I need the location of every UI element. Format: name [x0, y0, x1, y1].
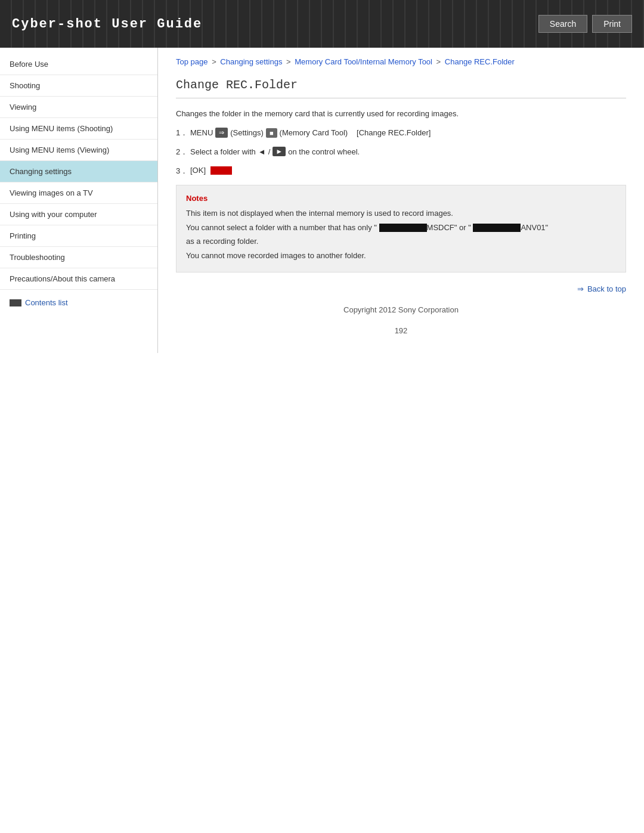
step-3-ok: [OK] [190, 166, 206, 175]
step-3: 3． [OK] [176, 166, 626, 176]
step-2-slash: / [268, 147, 271, 156]
step-3-content: [OK] [190, 166, 232, 175]
back-to-top-link[interactable]: ⇒ Back to top [577, 284, 626, 293]
content-area: Top page > Changing settings > Memory Ca… [158, 48, 644, 353]
note-line-2: You cannot select a folder with a number… [186, 222, 616, 234]
sidebar-item-viewing-tv[interactable]: Viewing images on a TV [0, 182, 157, 204]
sidebar-item-menu-shooting[interactable]: Using MENU items (Shooting) [0, 118, 157, 140]
step-1-num: 1． [176, 128, 190, 138]
breadcrumb-sep-3: > [436, 57, 443, 66]
back-to-top-icon: ⇒ [577, 284, 584, 293]
sidebar-item-viewing[interactable]: Viewing [0, 97, 157, 118]
step-2: 2． Select a folder with ◄ / ► on the con… [176, 147, 626, 157]
step-1-memory-label: (Memory Card Tool) [280, 128, 348, 137]
breadcrumb-memory-card[interactable]: Memory Card Tool/Internal Memory Tool [295, 57, 432, 66]
right-arrow-icon: ► [273, 147, 286, 156]
sidebar: Before Use Shooting Viewing Using MENU i… [0, 48, 158, 353]
back-to-top-label: Back to top [587, 284, 626, 293]
redacted-2 [473, 224, 521, 232]
step-3-num: 3． [176, 166, 190, 176]
footer: Copyright 2012 Sony Corporation [176, 293, 626, 320]
sidebar-item-before-use[interactable]: Before Use [0, 54, 157, 75]
step-1-content: MENU ⇒ (Settings) ■ (Memory Card Tool) [… [190, 128, 431, 138]
notes-box: Notes This item is not displayed when th… [176, 185, 626, 272]
step-1-menu: MENU [190, 128, 213, 137]
notes-title: Notes [186, 194, 616, 203]
step-1-bracket: [Change REC.Folder] [350, 128, 431, 137]
note-line-3: as a recording folder. [186, 236, 616, 247]
contents-icon [10, 299, 21, 306]
step-1-settings-label: (Settings) [230, 128, 264, 137]
back-to-top: ⇒ Back to top [176, 284, 626, 293]
page-description: Changes the folder in the memory card th… [176, 109, 626, 118]
page-title: Change REC.Folder [176, 78, 626, 98]
sidebar-item-troubleshooting[interactable]: Troubleshooting [0, 247, 157, 268]
left-arrow-icon: ◄ [258, 147, 266, 156]
sidebar-footer: Contents list [0, 292, 157, 313]
header: Cyber-shot User Guide Search Print [0, 0, 644, 48]
breadcrumb-change-rec-folder[interactable]: Change REC.Folder [445, 57, 515, 66]
breadcrumb-changing-settings[interactable]: Changing settings [220, 57, 282, 66]
ok-red-indicator [210, 166, 232, 175]
sidebar-item-changing-settings[interactable]: Changing settings [0, 161, 157, 182]
contents-list-link[interactable]: Contents list [25, 298, 68, 307]
settings-icon: ⇒ [215, 128, 228, 138]
step-2-num: 2． [176, 147, 190, 157]
redacted-1 [379, 224, 427, 232]
search-button[interactable]: Search [538, 15, 587, 33]
copyright-text: Copyright 2012 Sony Corporation [343, 305, 459, 314]
step-2-content: Select a folder with ◄ / ► on the contro… [190, 147, 360, 156]
step-1: 1． MENU ⇒ (Settings) ■ (Memory Card Tool… [176, 128, 626, 138]
note-line-1: This item is not displayed when the inte… [186, 208, 616, 219]
step-2-text: Select a folder with [190, 147, 256, 156]
breadcrumb-top[interactable]: Top page [176, 57, 208, 66]
page-number: 192 [176, 320, 626, 335]
breadcrumb-sep-1: > [212, 57, 218, 66]
step-2-text-after: on the control wheel. [288, 147, 360, 156]
header-buttons: Search Print [538, 15, 632, 33]
sidebar-item-printing[interactable]: Printing [0, 225, 157, 247]
note-line-4: You cannot move recorded images to anoth… [186, 250, 616, 262]
breadcrumb: Top page > Changing settings > Memory Ca… [176, 57, 626, 66]
breadcrumb-sep-2: > [286, 57, 293, 66]
app-title: Cyber-shot User Guide [12, 17, 202, 32]
memory-card-tool-icon: ■ [266, 128, 277, 138]
sidebar-item-menu-viewing[interactable]: Using MENU items (Viewing) [0, 140, 157, 161]
print-button[interactable]: Print [592, 15, 632, 33]
sidebar-item-shooting[interactable]: Shooting [0, 75, 157, 97]
sidebar-item-precautions[interactable]: Precautions/About this camera [0, 268, 157, 290]
sidebar-item-computer[interactable]: Using with your computer [0, 204, 157, 225]
main-wrapper: Before Use Shooting Viewing Using MENU i… [0, 48, 644, 353]
